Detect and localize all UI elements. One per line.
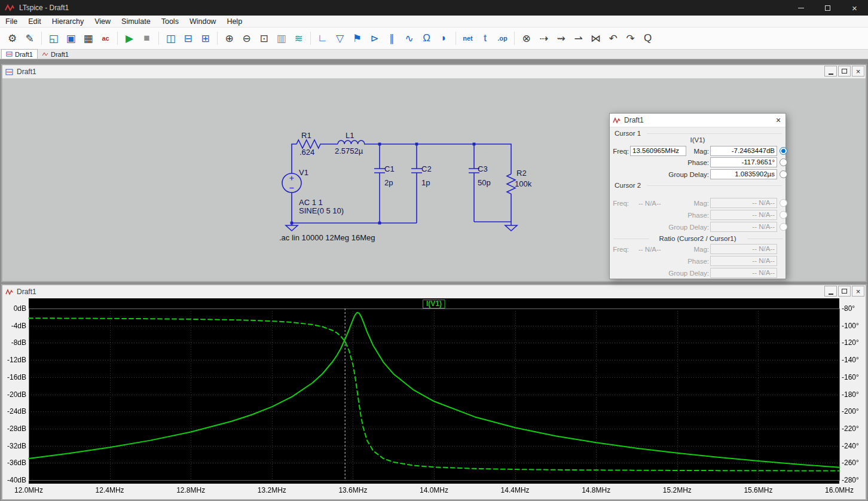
toolbar-separator (310, 32, 311, 45)
cursor1-freq-value[interactable]: 13.560965MHz (630, 146, 686, 156)
cursor1-groupdelay-radio[interactable] (780, 170, 787, 178)
v1-value-label[interactable]: AC 1 1 (299, 198, 323, 207)
r1-value-label[interactable]: .624 (299, 148, 314, 157)
c1-value-label[interactable]: 2p (384, 178, 393, 187)
minimize-button[interactable] (824, 66, 837, 77)
mirror-button[interactable]: ⋈ (588, 30, 604, 47)
place-spice-directive-button[interactable]: .op (494, 30, 511, 47)
ground-symbol[interactable] (286, 225, 298, 231)
place-inductor-button[interactable]: ∿ (401, 30, 417, 47)
copy-bitmap-button[interactable]: ▥ (273, 30, 289, 47)
place-capacitor-button[interactable]: ∥ (384, 30, 400, 47)
find-button[interactable]: Q (640, 30, 656, 47)
toolbar-separator (41, 32, 42, 45)
v1-value2-label[interactable]: SINE(0 5 10) (299, 206, 344, 215)
tab-draft1-schematic[interactable]: Draft1 (1, 49, 38, 59)
new-schematic-button[interactable]: ✎ (22, 30, 38, 47)
cursor1-mag-radio[interactable] (780, 147, 787, 155)
delete-icon: ⊗ (522, 32, 530, 45)
app-titlebar[interactable]: LTspice - Draft1 × (0, 0, 868, 16)
edit-simulation-cmd-button[interactable]: ac (97, 30, 114, 47)
c3-name-label[interactable]: C3 (478, 164, 488, 173)
zoom-full-extents-button[interactable]: ⊡ (256, 30, 272, 47)
delete-button[interactable]: ⊗ (518, 30, 534, 47)
draw-wire-button[interactable]: ∟ (314, 30, 331, 47)
c2-name-label[interactable]: C2 (421, 164, 432, 173)
waveform-plot[interactable] (2, 298, 866, 499)
r2-value-label[interactable]: 100k (515, 179, 532, 188)
drag-button[interactable]: ⇀ (570, 30, 586, 47)
menu-simulate[interactable]: Simulate (116, 16, 156, 27)
tile-horizontal-button[interactable]: ⊟ (180, 30, 196, 47)
move-button[interactable]: ⇝ (553, 30, 569, 47)
resistor-r2-symbol[interactable] (507, 174, 515, 222)
c2-value-label[interactable]: 1p (421, 178, 430, 187)
place-net-label-button[interactable]: ⚑ (349, 30, 365, 47)
place-resistor-button[interactable]: Ω (418, 30, 435, 47)
duplicate-button[interactable]: ⇢ (536, 30, 552, 47)
resistor-r1-symbol[interactable] (297, 140, 338, 148)
restore-button[interactable] (838, 66, 851, 77)
edit-simulation-cmd-icon: ac (102, 35, 109, 42)
cascade-windows-button[interactable]: ⊞ (197, 30, 213, 47)
place-text-button[interactable]: t (477, 30, 493, 47)
c3-value-label[interactable]: 50p (478, 178, 491, 187)
place-ground-button[interactable]: ▽ (332, 30, 348, 47)
l1-name-label[interactable]: L1 (346, 131, 354, 140)
print-button[interactable]: ▦ (80, 30, 96, 47)
menu-tools[interactable]: Tools (156, 16, 184, 27)
zoom-out-button[interactable]: ⊖ (239, 30, 255, 47)
dialog-close-button[interactable]: × (773, 115, 784, 126)
close-button[interactable]: × (852, 66, 864, 77)
menu-help[interactable]: Help (221, 16, 247, 27)
spice-directive-text[interactable]: .ac lin 10000 12Meg 16Meg (279, 233, 375, 242)
c1-name-label[interactable]: C1 (384, 164, 395, 173)
waveform-settings-button[interactable]: ≋ (291, 30, 307, 47)
waveform-window-title: Draft1 (17, 288, 36, 296)
place-diode-button[interactable]: ⊳ (366, 30, 383, 47)
place-spice-directive-icon: .op (497, 35, 508, 42)
minimize-button[interactable] (787, 0, 814, 16)
v1-name-label[interactable]: V1 (299, 168, 308, 177)
save-button[interactable]: ▣ (63, 30, 79, 47)
close-button[interactable]: × (841, 0, 868, 16)
maximize-button[interactable] (814, 0, 841, 16)
view-netlist-button[interactable]: net (460, 30, 476, 47)
menu-edit[interactable]: Edit (23, 16, 47, 27)
tile-vertical-button[interactable]: ◫ (163, 30, 179, 47)
cursor1-mag-value: -7.2463447dB (710, 146, 777, 156)
minimize-button[interactable] (824, 286, 837, 297)
control-panel-icon: ⚙ (8, 32, 17, 45)
cursor-dialog-titlebar[interactable]: Draft1 × (610, 114, 786, 127)
tab-bar: Draft1 Draft1 (0, 50, 868, 59)
open-file-button[interactable]: ◱ (45, 30, 62, 47)
place-component-button[interactable]: ◗ (436, 30, 452, 47)
control-panel-button[interactable]: ⚙ (4, 30, 20, 47)
wire[interactable] (474, 222, 511, 225)
redo-button[interactable]: ↷ (622, 30, 638, 47)
cursor2-phase-value: -- N/A-- (710, 210, 777, 220)
wire[interactable] (292, 144, 297, 173)
tab-draft1-waveform[interactable]: Draft1 (38, 50, 73, 59)
ratio-mag-label: Mag: (687, 246, 709, 253)
schematic-titlebar[interactable]: Draft1 × (2, 65, 866, 79)
capacitor-c2-symbol[interactable] (411, 144, 422, 223)
waveform-titlebar[interactable]: Draft1 × (2, 285, 866, 299)
zoom-in-button[interactable]: ⊕ (221, 30, 237, 47)
menu-hierarchy[interactable]: Hierarchy (47, 16, 90, 27)
menu-file[interactable]: File (0, 16, 23, 27)
r1-name-label[interactable]: R1 (301, 131, 311, 140)
r2-name-label[interactable]: R2 (516, 169, 527, 178)
menu-view[interactable]: View (89, 16, 116, 27)
capacitor-c1-symbol[interactable] (374, 144, 385, 223)
ground-symbol[interactable] (505, 225, 517, 231)
halt-button[interactable]: ■ (139, 30, 155, 47)
cursor1-phase-radio[interactable] (780, 158, 787, 166)
close-button[interactable]: × (852, 286, 864, 297)
place-text-icon: t (484, 32, 487, 44)
menu-window[interactable]: Window (184, 16, 221, 27)
l1-value-label[interactable]: 2.5752µ (335, 146, 363, 155)
restore-button[interactable] (838, 286, 851, 297)
undo-button[interactable]: ↶ (605, 30, 621, 47)
run-button[interactable]: ▶ (121, 30, 137, 47)
